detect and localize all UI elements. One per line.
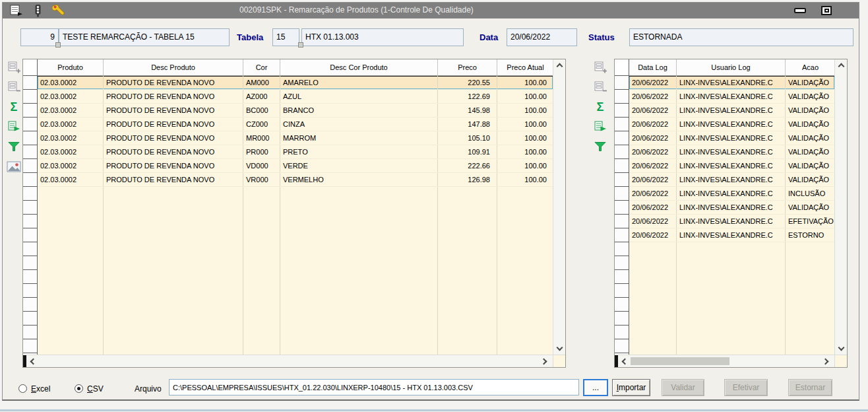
row-cells: 20/06/2022LINX-INVES\ALEXANDRE.CVALIDAÇÃ… xyxy=(629,159,834,173)
cell-usuario-log: LINX-INVES\ALEXANDRE.C xyxy=(677,118,786,131)
table-row[interactable]: 02.03.0002PRODUTO DE REVENDA NOVOCZ000CI… xyxy=(23,118,553,131)
row-indicator xyxy=(615,131,629,145)
table-row[interactable]: 20/06/2022LINX-INVES\ALEXANDRE.CVALIDAÇÃ… xyxy=(615,104,834,118)
empty-cell xyxy=(104,270,243,284)
cell-desc-produto: PRODUTO DE REVENDA NOVO xyxy=(104,159,243,172)
horizontal-scrollbar[interactable] xyxy=(615,355,834,367)
remove-record-icon[interactable] xyxy=(7,80,21,94)
table-row[interactable]: 20/06/2022LINX-INVES\ALEXANDRE.CVALIDAÇÃ… xyxy=(615,118,834,131)
table-row[interactable]: 20/06/2022LINX-INVES\ALEXANDRE.CVALIDAÇÃ… xyxy=(615,173,834,187)
validar-button[interactable]: Validar xyxy=(662,379,704,396)
column-header-acao[interactable]: Acao xyxy=(786,59,834,76)
radio-label-csv[interactable]: CSV xyxy=(87,384,104,394)
efetivar-button[interactable]: Efetivar xyxy=(724,379,768,396)
remove-record-icon[interactable] xyxy=(593,80,607,94)
empty-cell xyxy=(280,256,438,270)
column-header-desc-produto[interactable]: Desc Produto xyxy=(104,59,243,76)
cell-data-log: 20/06/2022 xyxy=(629,159,677,172)
table-row[interactable]: 20/06/2022LINX-INVES\ALEXANDRE.CESTORNO xyxy=(615,228,834,242)
radio-csv[interactable] xyxy=(75,384,83,393)
tabela-description-field[interactable]: HTX 01.13.003 xyxy=(301,28,464,46)
table-row[interactable]: 20/06/2022LINX-INVES\ALEXANDRE.CVALIDAÇÃ… xyxy=(615,76,834,90)
table-row[interactable]: 02.03.0002PRODUTO DE REVENDA NOVOPR000PR… xyxy=(23,145,553,159)
table-row[interactable]: 20/06/2022LINX-INVES\ALEXANDRE.CVALIDAÇÃ… xyxy=(615,90,834,104)
column-header-cor[interactable]: Cor xyxy=(243,59,280,76)
cell-cor: AZ000 xyxy=(243,90,280,103)
record-number-field[interactable]: 9 xyxy=(20,28,59,46)
export-icon[interactable] xyxy=(7,120,21,134)
export-icon[interactable] xyxy=(593,120,607,134)
screenshot: 002091SPK - Remarcação de Produtos (1-Co… xyxy=(0,0,868,412)
empty-cell xyxy=(38,270,104,284)
sum-icon[interactable]: Σ xyxy=(7,100,21,114)
browse-button[interactable]: ... xyxy=(583,379,608,396)
table-row[interactable]: 20/06/2022LINX-INVES\ALEXANDRE.CINCLUSÃO xyxy=(615,187,834,201)
scroll-left-icon[interactable] xyxy=(30,358,37,364)
scroll-up-icon[interactable] xyxy=(556,63,563,70)
table-row[interactable]: 02.03.0002PRODUTO DE REVENDA NOVOBC000BR… xyxy=(23,104,553,118)
table-row[interactable]: 02.03.0002PRODUTO DE REVENDA NOVOAZ000AZ… xyxy=(23,90,553,104)
vertical-scrollbar[interactable] xyxy=(834,59,847,355)
cell-cor: BC000 xyxy=(243,104,280,117)
wrench-icon[interactable] xyxy=(51,3,66,18)
estornar-button[interactable]: Estornar xyxy=(788,379,832,396)
cell-produto: 02.03.0002 xyxy=(38,104,104,117)
scroll-down-icon[interactable] xyxy=(556,345,563,351)
add-record-icon[interactable] xyxy=(7,60,21,75)
scroll-right-icon[interactable] xyxy=(822,358,829,364)
scroll-right-icon[interactable] xyxy=(541,358,547,364)
empty-cell xyxy=(243,312,280,326)
empty-cell xyxy=(786,312,834,326)
table-row[interactable]: 02.03.0002PRODUTO DE REVENDA NOVOMR000MA… xyxy=(23,131,553,145)
scroll-left-icon[interactable] xyxy=(622,358,629,364)
row-cells: 20/06/2022LINX-INVES\ALEXANDRE.CEFETIVAÇ… xyxy=(629,215,834,228)
column-header-usuario-log[interactable]: Usuario Log xyxy=(677,59,786,76)
scroll-up-icon[interactable] xyxy=(838,63,844,70)
table-row[interactable]: 20/06/2022LINX-INVES\ALEXANDRE.CVALIDAÇÃ… xyxy=(615,201,834,215)
column-header-preco-atual[interactable]: Preco Atual xyxy=(497,59,553,76)
table-row[interactable]: 20/06/2022LINX-INVES\ALEXANDRE.CVALIDAÇÃ… xyxy=(615,145,834,159)
scrollbar-thumb[interactable] xyxy=(631,357,729,365)
cell-cor: PR000 xyxy=(243,145,280,158)
table-row[interactable]: 20/06/2022LINX-INVES\ALEXANDRE.CVALIDAÇÃ… xyxy=(615,131,834,145)
table-row[interactable]: 02.03.0002PRODUTO DE REVENDA NOVOVR000VE… xyxy=(23,173,553,187)
table-row[interactable]: 20/06/2022LINX-INVES\ALEXANDRE.CEFETIVAÇ… xyxy=(615,215,834,228)
report-icon[interactable] xyxy=(9,3,24,18)
scrollbar-corner xyxy=(834,355,847,367)
column-header-data-log[interactable]: Data Log xyxy=(629,59,677,76)
filter-icon[interactable] xyxy=(7,139,21,154)
radio-label-excel[interactable]: Excel xyxy=(31,384,50,394)
radio-excel[interactable] xyxy=(18,384,27,393)
status-field[interactable]: ESTORNADA xyxy=(629,28,853,46)
cell-desc-produto: PRODUTO DE REVENDA NOVO xyxy=(104,131,243,145)
tabela-number-field[interactable]: 15 xyxy=(272,28,299,46)
cell-preco: 122.69 xyxy=(438,90,497,103)
empty-cell xyxy=(438,298,497,312)
row-indicator xyxy=(615,228,629,242)
restore-button[interactable] xyxy=(817,5,836,16)
filter-icon[interactable] xyxy=(593,139,607,154)
cell-usuario-log: LINX-INVES\ALEXANDRE.C xyxy=(677,90,786,103)
arquivo-input[interactable] xyxy=(169,379,579,395)
sum-icon[interactable]: Σ xyxy=(593,100,607,114)
empty-row xyxy=(23,215,553,228)
data-field[interactable]: 20/06/2022 xyxy=(507,28,577,46)
importar-button[interactable]: Importar xyxy=(612,379,650,396)
column-header-desc-cor-produto[interactable]: Desc Cor Produto xyxy=(280,59,438,76)
table-row[interactable]: 02.03.0002PRODUTO DE REVENDA NOVOVD000VE… xyxy=(23,159,553,173)
minimize-button[interactable] xyxy=(791,5,809,16)
vertical-scrollbar[interactable] xyxy=(553,59,565,355)
column-header-produto[interactable]: Produto xyxy=(38,59,104,76)
record-description-field[interactable]: TESTE REMARCAÇÃO - TABELA 15 xyxy=(59,28,230,46)
row-indicator xyxy=(23,228,38,242)
image-icon[interactable] xyxy=(7,159,21,174)
table-row[interactable]: 20/06/2022LINX-INVES\ALEXANDRE.CVALIDAÇÃ… xyxy=(615,159,834,173)
empty-cell xyxy=(280,298,438,312)
row-indicator xyxy=(23,215,38,228)
traffic-light-icon[interactable] xyxy=(30,3,45,18)
table-row[interactable]: 02.03.0002PRODUTO DE REVENDA NOVOAM000AM… xyxy=(23,76,553,90)
scroll-down-icon[interactable] xyxy=(838,345,844,351)
horizontal-scrollbar[interactable] xyxy=(23,355,553,367)
add-record-icon[interactable] xyxy=(593,60,607,75)
column-header-preco[interactable]: Preco xyxy=(438,59,497,76)
